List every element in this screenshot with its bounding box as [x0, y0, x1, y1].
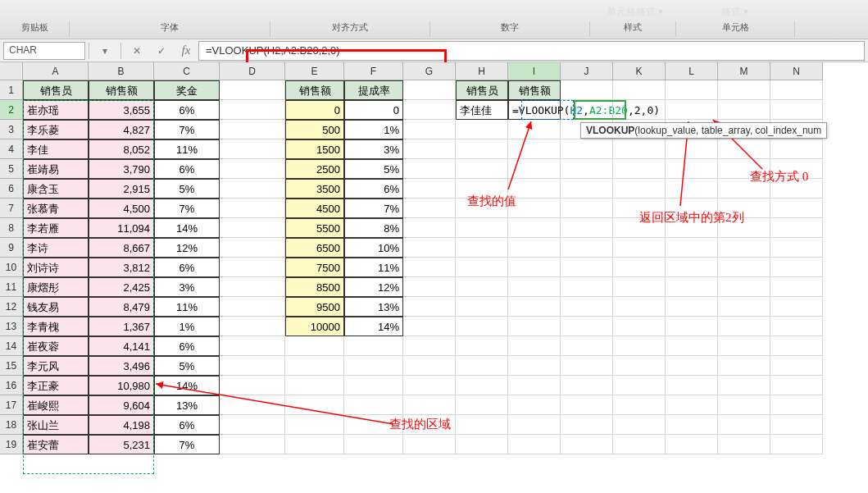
row-header-13[interactable]: 13: [0, 317, 23, 336]
cell-D13[interactable]: [220, 317, 285, 336]
col-header-M[interactable]: M: [718, 62, 770, 80]
col-header-E[interactable]: E: [285, 62, 344, 80]
cell-A8[interactable]: 李若雁: [23, 218, 89, 238]
cell-G3[interactable]: [403, 120, 456, 139]
cell-H5[interactable]: [456, 159, 508, 179]
cell-B6[interactable]: 2,915: [89, 179, 154, 199]
cell-F7[interactable]: 7%: [344, 199, 403, 218]
col-header-N[interactable]: N: [770, 62, 823, 80]
cell-I12[interactable]: [508, 297, 561, 317]
cell-I15[interactable]: [508, 356, 561, 376]
cell-M16[interactable]: [718, 376, 770, 395]
cell-B9[interactable]: 8,667: [89, 238, 154, 258]
cell-G9[interactable]: [403, 238, 456, 258]
cell-C9[interactable]: 12%: [154, 238, 220, 258]
name-box[interactable]: CHAR: [3, 42, 85, 60]
cell-C15[interactable]: 5%: [154, 356, 220, 376]
cell-F12[interactable]: 13%: [344, 297, 403, 317]
cell-K5[interactable]: [613, 159, 666, 179]
cell-K1[interactable]: [613, 80, 666, 100]
cell-G17[interactable]: [403, 395, 456, 415]
cell-A7[interactable]: 张慕青: [23, 199, 89, 218]
cell-C5[interactable]: 6%: [154, 159, 220, 179]
cell-H19[interactable]: [456, 435, 508, 454]
select-all-corner[interactable]: [0, 62, 23, 80]
cell-I19[interactable]: [508, 435, 561, 454]
cell-E3[interactable]: 500: [285, 120, 344, 139]
cell-E14[interactable]: [285, 336, 344, 356]
cell-M12[interactable]: [718, 297, 770, 317]
cell-L18[interactable]: [666, 415, 718, 435]
cell-I4[interactable]: [508, 139, 561, 159]
cell-I3[interactable]: [508, 120, 561, 139]
row-header-19[interactable]: 19: [0, 435, 23, 454]
cell-J17[interactable]: [561, 395, 613, 415]
cell-G11[interactable]: [403, 277, 456, 297]
cell-J12[interactable]: [561, 297, 613, 317]
cell-F4[interactable]: 3%: [344, 139, 403, 159]
cell-B12[interactable]: 8,479: [89, 297, 154, 317]
cell-B10[interactable]: 3,812: [89, 258, 154, 277]
cell-C10[interactable]: 6%: [154, 258, 220, 277]
cell-K14[interactable]: [613, 336, 666, 356]
ribbon-item-format[interactable]: 格式 ▾: [721, 5, 748, 19]
cell-L12[interactable]: [666, 297, 718, 317]
cell-N12[interactable]: [770, 297, 823, 317]
cell-C18[interactable]: 6%: [154, 415, 220, 435]
row-header-16[interactable]: 16: [0, 376, 23, 395]
cell-D11[interactable]: [220, 277, 285, 297]
col-header-H[interactable]: H: [456, 62, 508, 80]
cell-H3[interactable]: [456, 120, 508, 139]
cell-H11[interactable]: [456, 277, 508, 297]
cell-D17[interactable]: [220, 395, 285, 415]
cell-D16[interactable]: [220, 376, 285, 395]
cell-A9[interactable]: 李诗: [23, 238, 89, 258]
col-header-K[interactable]: K: [613, 62, 666, 80]
row-header-14[interactable]: 14: [0, 336, 23, 356]
cell-C13[interactable]: 1%: [154, 317, 220, 336]
cell-I8[interactable]: [508, 218, 561, 238]
cell-C16[interactable]: 14%: [154, 376, 220, 395]
cell-J8[interactable]: [561, 218, 613, 238]
cell-D4[interactable]: [220, 139, 285, 159]
cell-B18[interactable]: 4,198: [89, 415, 154, 435]
cell-B7[interactable]: 4,500: [89, 199, 154, 218]
cell-I17[interactable]: [508, 395, 561, 415]
cell-C6[interactable]: 5%: [154, 179, 220, 199]
cell-C19[interactable]: 7%: [154, 435, 220, 454]
cell-L14[interactable]: [666, 336, 718, 356]
cell-D10[interactable]: [220, 258, 285, 277]
cell-B14[interactable]: 4,141: [89, 336, 154, 356]
cell-D6[interactable]: [220, 179, 285, 199]
cell-M19[interactable]: [718, 435, 770, 454]
cell-C8[interactable]: 14%: [154, 218, 220, 238]
cell-N14[interactable]: [770, 336, 823, 356]
cell-M9[interactable]: [718, 238, 770, 258]
cell-L1[interactable]: [666, 80, 718, 100]
cell-E19[interactable]: [285, 435, 344, 454]
cell-D5[interactable]: [220, 159, 285, 179]
cell-K13[interactable]: [613, 317, 666, 336]
cell-L15[interactable]: [666, 356, 718, 376]
cell-I1[interactable]: 销售额: [508, 80, 561, 100]
cell-L16[interactable]: [666, 376, 718, 395]
cell-F8[interactable]: 8%: [344, 218, 403, 238]
col-header-F[interactable]: F: [344, 62, 403, 80]
row-header-4[interactable]: 4: [0, 139, 23, 159]
cell-C12[interactable]: 11%: [154, 297, 220, 317]
col-header-I[interactable]: I: [508, 62, 561, 80]
cell-C3[interactable]: 7%: [154, 120, 220, 139]
fx-icon[interactable]: fx: [174, 42, 198, 60]
cell-F3[interactable]: 1%: [344, 120, 403, 139]
cell-M14[interactable]: [718, 336, 770, 356]
cell-K2[interactable]: [613, 100, 666, 120]
row-header-8[interactable]: 8: [0, 218, 23, 238]
cell-B8[interactable]: 11,094: [89, 218, 154, 238]
col-header-D[interactable]: D: [220, 62, 285, 80]
cell-C4[interactable]: 11%: [154, 139, 220, 159]
cell-B4[interactable]: 8,052: [89, 139, 154, 159]
cancel-icon[interactable]: ✕: [125, 42, 149, 60]
cell-A12[interactable]: 钱友易: [23, 297, 89, 317]
cell-G19[interactable]: [403, 435, 456, 454]
cell-B11[interactable]: 2,425: [89, 277, 154, 297]
